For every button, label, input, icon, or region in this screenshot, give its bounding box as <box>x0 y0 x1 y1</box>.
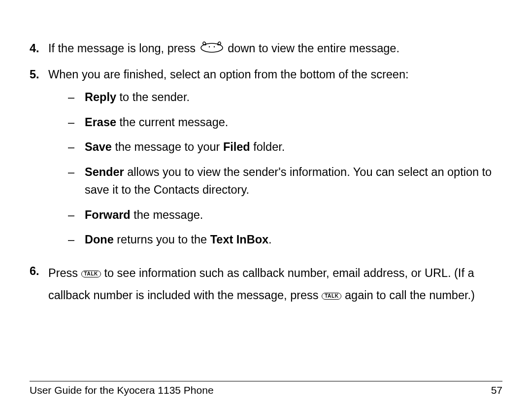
footer-row: User Guide for the Kyocera 1135 Phone 57 <box>30 384 502 396</box>
text-segment: When you are finished, select an option … <box>48 68 409 81</box>
sub-item-forward: – Forward the message. <box>68 206 502 224</box>
bold-term: Filed <box>223 140 250 153</box>
bold-term: Text InBox <box>210 233 268 246</box>
page-footer: User Guide for the Kyocera 1135 Phone 57 <box>30 381 502 396</box>
dash-bullet: – <box>68 113 85 131</box>
text-segment: the current message. <box>116 116 228 129</box>
dash-bullet: – <box>68 88 85 106</box>
sub-item-body: Sender allows you to view the sender's i… <box>85 163 502 199</box>
list-item-4: 4. If the message is long, press down to… <box>30 39 502 59</box>
text-segment: If the message is long, press <box>48 42 199 55</box>
text-segment: . <box>268 233 272 246</box>
bold-term: Sender <box>85 166 124 178</box>
bold-term: Erase <box>85 116 116 129</box>
svg-point-2 <box>213 46 214 47</box>
footer-rule <box>30 381 502 381</box>
sub-item-body: Done returns you to the Text InBox. <box>85 231 502 248</box>
bold-term: Done <box>85 233 114 246</box>
sub-item-body: Reply to the sender. <box>85 88 502 106</box>
text-segment: returns you to the <box>114 233 210 246</box>
svg-point-1 <box>208 46 209 47</box>
list-number: 4. <box>30 39 48 59</box>
bold-term: Save <box>85 140 112 153</box>
list-item-5: 5. When you are finished, select an opti… <box>30 66 502 255</box>
text-segment: the message. <box>131 208 203 221</box>
list-item-6: 6. Press TALK to see information such as… <box>30 262 502 306</box>
talk-button-icon: TALK <box>322 293 341 300</box>
text-segment: down to view the entire message. <box>228 42 399 55</box>
sub-list: – Reply to the sender. – Erase the curre… <box>48 88 502 248</box>
body-text: 4. If the message is long, press down to… <box>30 39 502 307</box>
sub-item-done: – Done returns you to the Text InBox. <box>68 231 502 248</box>
list-item-body: If the message is long, press down to vi… <box>48 39 502 59</box>
text-segment: again to call the number.) <box>345 289 475 302</box>
sub-item-sender: – Sender allows you to view the sender's… <box>68 163 502 199</box>
sub-item-body: Save the message to your Filed folder. <box>85 138 502 156</box>
text-segment: folder. <box>250 140 285 153</box>
sub-item-body: Erase the current message. <box>85 113 502 131</box>
list-item-body: Press TALK to see information such as ca… <box>48 262 502 306</box>
dash-bullet: – <box>68 231 85 248</box>
sub-item-body: Forward the message. <box>85 206 502 224</box>
text-segment: allows you to view the sender's informat… <box>85 166 492 196</box>
text-segment: Press <box>48 267 81 279</box>
navigation-key-icon <box>199 39 225 58</box>
bold-term: Forward <box>85 208 131 221</box>
bold-term: Reply <box>85 91 116 103</box>
dash-bullet: – <box>68 138 85 156</box>
document-page: 4. If the message is long, press down to… <box>0 0 532 411</box>
dash-bullet: – <box>68 206 85 224</box>
text-segment: the message to your <box>112 140 223 153</box>
talk-button-icon: TALK <box>81 271 101 278</box>
sub-item-reply: – Reply to the sender. <box>68 88 502 106</box>
text-segment: to the sender. <box>116 91 190 103</box>
numbered-list: 4. If the message is long, press down to… <box>30 39 502 307</box>
list-number: 5. <box>30 66 48 255</box>
list-item-body: When you are finished, select an option … <box>48 66 502 255</box>
list-number: 6. <box>30 262 48 306</box>
page-number: 57 <box>491 384 502 396</box>
sub-item-erase: – Erase the current message. <box>68 113 502 131</box>
dash-bullet: – <box>68 163 85 199</box>
footer-title: User Guide for the Kyocera 1135 Phone <box>30 384 214 396</box>
sub-item-save: – Save the message to your Filed folder. <box>68 138 502 156</box>
